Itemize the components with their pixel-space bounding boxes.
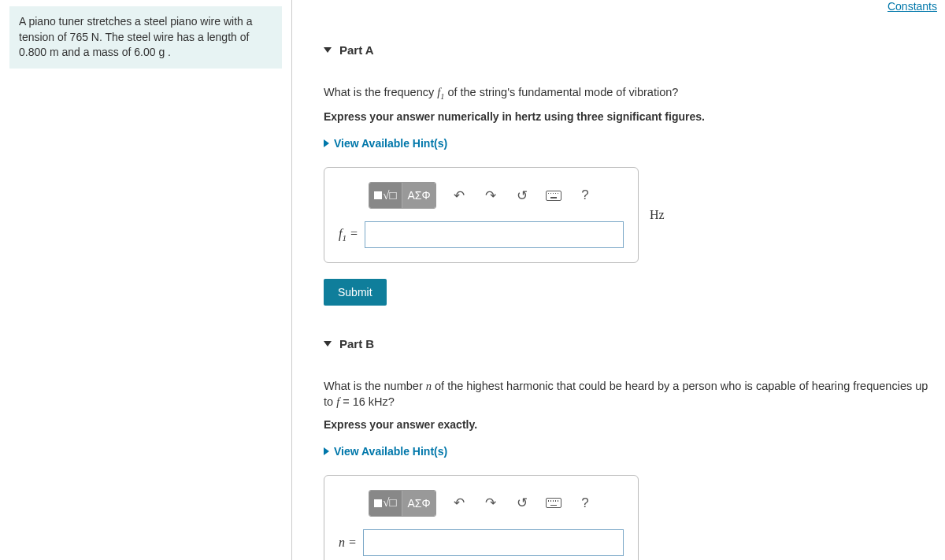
caret-down-icon (324, 47, 332, 53)
problem-statement: A piano tuner stretches a steel piano wi… (9, 6, 282, 69)
part-b-title: Part B (339, 337, 374, 350)
answer-box-a: √□ ΑΣΦ ↶ ↷ ↺ ? f1 = (324, 167, 639, 263)
part-b-question: What is the number n of the highest harm… (324, 378, 936, 410)
part-a-header[interactable]: Part A (324, 43, 936, 57)
part-b-header[interactable]: Part B (324, 337, 936, 350)
redo-icon[interactable]: ↷ (482, 495, 499, 512)
caret-down-icon (324, 341, 332, 347)
variable-label-a: f1 = (339, 227, 358, 243)
answer-input-b[interactable] (363, 529, 624, 556)
templates-button[interactable]: √□ (369, 183, 402, 208)
greek-button[interactable]: ΑΣΦ (402, 183, 435, 208)
answer-box-b: √□ ΑΣΦ ↶ ↷ ↺ ? n = (324, 475, 639, 560)
part-a-instruction: Express your answer numerically in hertz… (324, 110, 936, 123)
keyboard-icon[interactable] (545, 495, 562, 512)
reset-icon[interactable]: ↺ (513, 495, 531, 512)
templates-button-b[interactable]: √□ (369, 491, 402, 516)
caret-right-icon (324, 447, 329, 455)
help-icon[interactable]: ? (576, 187, 594, 204)
constants-link[interactable]: Constants (888, 0, 937, 13)
part-b-instruction: Express your answer exactly. (324, 418, 936, 431)
view-hints-link-b[interactable]: View Available Hint(s) (324, 445, 936, 458)
redo-icon[interactable]: ↷ (482, 187, 499, 204)
help-icon[interactable]: ? (576, 495, 594, 512)
caret-right-icon (324, 139, 329, 147)
view-hints-link[interactable]: View Available Hint(s) (324, 137, 936, 150)
answer-input-a[interactable] (365, 221, 624, 248)
part-a-title: Part A (339, 43, 374, 57)
variable-label-b: n = (339, 536, 357, 550)
keyboard-icon[interactable] (545, 187, 562, 204)
part-a-question: What is the frequency f1 of the string's… (324, 84, 936, 102)
undo-icon[interactable]: ↶ (450, 187, 468, 204)
submit-button-a[interactable]: Submit (324, 279, 387, 306)
reset-icon[interactable]: ↺ (513, 187, 531, 204)
greek-button-b[interactable]: ΑΣΦ (402, 491, 435, 516)
undo-icon[interactable]: ↶ (450, 495, 468, 512)
unit-label-a: Hz (650, 208, 665, 222)
